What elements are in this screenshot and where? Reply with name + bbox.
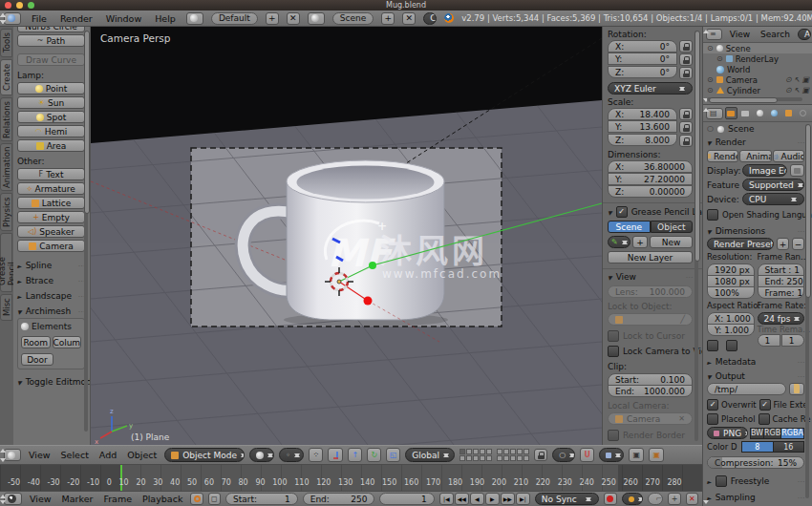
props-editor-type-button[interactable]: ▤ xyxy=(706,108,723,119)
tab-tools[interactable]: Tools xyxy=(0,29,12,57)
outliner-row-scene[interactable]: ⊙Scene xyxy=(703,43,812,53)
insert-keyframe-button[interactable]: + xyxy=(668,493,680,505)
aspect-y-field[interactable]: Y: 1.000 xyxy=(707,324,755,336)
editor-type-button[interactable] xyxy=(4,12,21,25)
auto-key-mode-select[interactable] xyxy=(622,493,643,505)
timeline-editor-type-button[interactable] xyxy=(4,493,22,505)
drag-dots-icon[interactable]: ⋯ xyxy=(797,138,804,147)
menu-window[interactable]: Window xyxy=(103,13,144,24)
border-checkbox[interactable] xyxy=(726,340,737,351)
compression-slider[interactable]: Compression:15% xyxy=(707,456,804,469)
tab-misc[interactable]: Misc xyxy=(0,294,12,321)
toolshelf-scrollbar[interactable] xyxy=(84,31,88,432)
panel-dimensions[interactable]: ▼Dimensions⋯ xyxy=(707,226,804,236)
render-engine-select[interactable]: Cycles Render xyxy=(423,12,437,25)
placeholders-checkbox[interactable] xyxy=(707,413,718,425)
depth-8-toggle[interactable]: 8 xyxy=(741,441,774,453)
pivot-align-toggle[interactable]: ⁘ xyxy=(309,448,323,462)
add-armature-button[interactable]: ⟡Armature xyxy=(17,182,85,195)
time-remap-old-field[interactable]: 1 xyxy=(758,334,780,347)
timeline-strip[interactable]: -50-40-30-20-100102030405060708090100110… xyxy=(0,465,702,491)
color-rgb-toggle[interactable]: RGB xyxy=(763,428,781,439)
resolution-pct-field[interactable]: 100% xyxy=(707,286,755,299)
panel-grease-pencil[interactable]: ▼✓Grease Pencil Layers xyxy=(608,206,693,218)
scale-manipulator-button[interactable]: ◱ xyxy=(386,448,400,462)
feature-set-select[interactable]: Supported xyxy=(742,179,804,191)
frame-end-field[interactable]: End:250 xyxy=(303,493,375,505)
rotation-mode-select[interactable]: XYZ Euler xyxy=(608,82,693,95)
lock-to-cursor-checkbox[interactable] xyxy=(608,330,619,342)
auto-keyframe-toggle[interactable] xyxy=(604,493,617,505)
viewport-shading-select[interactable] xyxy=(249,448,274,462)
lamp-hemi-button[interactable]: ◠Hemi xyxy=(17,125,85,137)
door-button[interactable]: Door xyxy=(21,353,53,366)
outliner-menu-view[interactable]: View xyxy=(727,30,753,39)
delete-scene-button[interactable]: ✕ xyxy=(402,12,416,25)
menu-file[interactable]: File xyxy=(29,13,50,24)
transform-orientation-select[interactable]: Global xyxy=(405,448,455,462)
rotation-z-field[interactable]: Z:0° xyxy=(608,66,677,78)
interaction-mode-select[interactable]: Object Mode xyxy=(164,448,245,462)
panel-archimesh[interactable]: ▼Archimesh⋯ xyxy=(17,306,85,316)
outliner-row-cylinder[interactable]: ⊙Cylinder ⊙↖▣ xyxy=(703,85,812,95)
rotate-manipulator-button[interactable]: ↻ xyxy=(367,448,381,462)
next-keyframe-button[interactable]: ▶▶ xyxy=(501,493,515,505)
gp-source-object-toggle[interactable]: Object xyxy=(651,221,694,233)
osl-checkbox[interactable] xyxy=(707,209,718,221)
properties-scrollbar[interactable] xyxy=(805,124,809,498)
fields-checkbox[interactable] xyxy=(707,340,718,351)
color-bw-toggle[interactable]: BW xyxy=(750,428,764,439)
outliner-menu-search[interactable]: Search xyxy=(758,30,793,39)
lock-camera-checkbox[interactable] xyxy=(608,346,619,357)
pivot-point-select[interactable]: ◦ xyxy=(279,448,304,462)
output-path-field[interactable]: /tmp/ xyxy=(707,383,786,395)
render-layers-context-tab[interactable] xyxy=(739,107,752,119)
panel-freestyle[interactable]: ►Freestyle⋯ xyxy=(707,475,804,487)
menu-render[interactable]: Render xyxy=(57,13,96,24)
panel-sampling[interactable]: ►Sampling⋯ xyxy=(707,493,804,502)
delete-keyframe-button[interactable]: ✕ xyxy=(686,493,698,505)
new-layer-button[interactable]: New Layer xyxy=(608,251,693,264)
display-select[interactable]: Image Edi... xyxy=(742,164,787,177)
viewport-menu-view[interactable]: View xyxy=(26,450,53,460)
panel-output[interactable]: ▼Output⋯ xyxy=(707,371,804,381)
browse-output-button[interactable] xyxy=(789,383,804,395)
freestyle-checkbox[interactable] xyxy=(716,475,727,487)
color-rgba-toggle[interactable]: RGBA xyxy=(780,428,804,439)
frame-current-field[interactable]: Frame: 1 xyxy=(758,286,805,299)
frame-start-field[interactable]: Start : 1 xyxy=(758,264,805,276)
panel-toggle-editmode[interactable]: ▼Toggle Editmode⋯ xyxy=(17,377,85,387)
display-lock-button[interactable] xyxy=(790,164,804,177)
scale-y-field[interactable]: Y:13.600 xyxy=(608,120,677,133)
rotation-x-field[interactable]: X:0° xyxy=(608,40,677,53)
add-preset-button[interactable]: + xyxy=(777,238,789,250)
render-audio-button[interactable]: ◁)Audio xyxy=(773,150,804,162)
timeline-menu-view[interactable]: View xyxy=(27,494,54,504)
file-format-select[interactable]: PNG xyxy=(707,427,748,439)
panel-metadata[interactable]: ►Metadata⋯ xyxy=(707,357,804,367)
path-button[interactable]: ~Path xyxy=(17,34,85,47)
panel-spline[interactable]: ►Spline⋯ xyxy=(17,261,85,270)
proportional-edit-select[interactable]: ○ xyxy=(552,448,575,462)
visibility-toggle-icon[interactable]: ⊙ xyxy=(785,86,792,95)
prev-keyframe-button[interactable]: ◀◀ xyxy=(455,493,469,505)
y-axis-handle-dot[interactable] xyxy=(369,262,376,269)
add-camera-button[interactable]: Camera xyxy=(17,240,85,252)
clear-icon[interactable]: ✕ xyxy=(678,415,685,423)
clip-end-field[interactable]: End:1000.000 xyxy=(608,385,693,397)
sync-mode-select[interactable]: No Sync xyxy=(535,493,599,505)
render-animation-button[interactable]: Anima xyxy=(739,150,771,162)
lamp-sun-button[interactable]: ☀Sun xyxy=(17,96,85,109)
drag-dots-icon[interactable]: ⋯ xyxy=(797,494,804,502)
frame-end-field[interactable]: End: 250 xyxy=(758,275,805,287)
renderability-toggle-icon[interactable]: ▣ xyxy=(801,75,809,84)
lamp-spot-button[interactable]: Spot xyxy=(17,111,85,123)
dimension-z-field[interactable]: Z:0.00000 xyxy=(608,185,693,198)
rotation-y-field[interactable]: Y:0° xyxy=(608,53,677,65)
gp-crosshair-button[interactable]: + xyxy=(632,236,648,248)
frame-start-field[interactable]: Start:1 xyxy=(225,493,298,505)
remove-preset-button[interactable]: − xyxy=(792,238,804,250)
frame-rate-select[interactable]: 24 fps xyxy=(758,312,805,325)
render-still-button[interactable]: Rende xyxy=(707,150,738,162)
timeline-menu-marker[interactable]: Marker xyxy=(59,494,96,504)
